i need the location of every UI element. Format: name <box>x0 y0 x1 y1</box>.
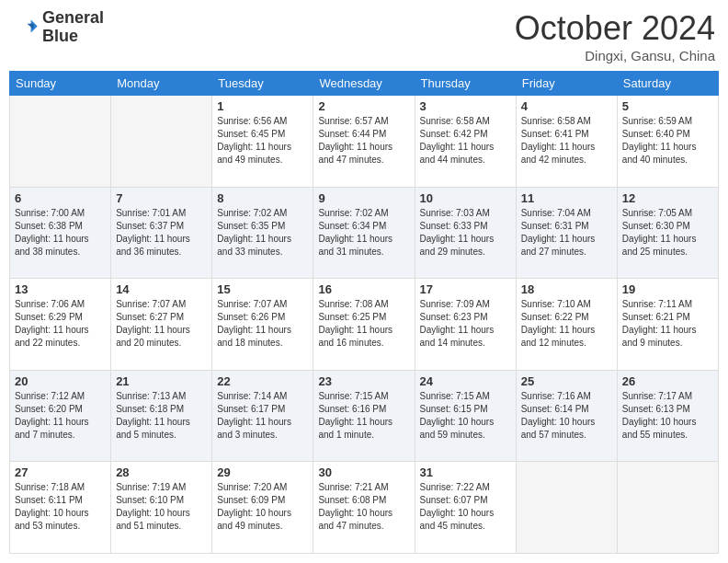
cell-sun-info: Sunrise: 6:57 AM Sunset: 6:44 PM Dayligh… <box>318 115 409 167</box>
calendar-cell <box>516 462 617 554</box>
logo-icon <box>13 15 39 40</box>
title-block: October 2024 Dingxi, Gansu, China <box>515 9 715 63</box>
day-number: 12 <box>622 191 713 205</box>
weekday-header-wednesday: Wednesday <box>313 72 415 96</box>
cell-sun-info: Sunrise: 7:20 AM Sunset: 6:09 PM Dayligh… <box>217 481 308 533</box>
day-number: 20 <box>15 374 106 388</box>
calendar-cell: 25Sunrise: 7:16 AM Sunset: 6:14 PM Dayli… <box>516 370 617 462</box>
calendar-cell: 26Sunrise: 7:17 AM Sunset: 6:13 PM Dayli… <box>617 370 718 462</box>
weekday-header-sunday: Sunday <box>10 72 111 96</box>
day-number: 1 <box>217 99 308 113</box>
day-number: 16 <box>318 282 409 296</box>
page: General Blue October 2024 Dingxi, Gansu,… <box>0 0 728 563</box>
weekday-header-tuesday: Tuesday <box>212 72 313 96</box>
calendar-cell: 4Sunrise: 6:58 AM Sunset: 6:41 PM Daylig… <box>516 96 617 188</box>
cell-sun-info: Sunrise: 7:15 AM Sunset: 6:15 PM Dayligh… <box>420 390 511 442</box>
day-number: 28 <box>116 465 207 479</box>
calendar-cell: 17Sunrise: 7:09 AM Sunset: 6:23 PM Dayli… <box>415 279 516 371</box>
day-number: 31 <box>420 465 511 479</box>
cell-sun-info: Sunrise: 7:09 AM Sunset: 6:23 PM Dayligh… <box>420 298 511 350</box>
cell-sun-info: Sunrise: 7:01 AM Sunset: 6:37 PM Dayligh… <box>116 207 207 259</box>
cell-sun-info: Sunrise: 7:08 AM Sunset: 6:25 PM Dayligh… <box>318 298 409 350</box>
cell-sun-info: Sunrise: 7:07 AM Sunset: 6:27 PM Dayligh… <box>116 298 207 350</box>
day-number: 27 <box>15 465 106 479</box>
day-number: 5 <box>622 99 713 113</box>
day-number: 6 <box>15 191 106 205</box>
calendar-week-row: 6Sunrise: 7:00 AM Sunset: 6:38 PM Daylig… <box>10 187 719 279</box>
calendar-cell: 21Sunrise: 7:13 AM Sunset: 6:18 PM Dayli… <box>111 370 212 462</box>
calendar-cell: 14Sunrise: 7:07 AM Sunset: 6:27 PM Dayli… <box>111 279 212 371</box>
calendar-table: SundayMondayTuesdayWednesdayThursdayFrid… <box>9 71 719 554</box>
calendar-week-row: 13Sunrise: 7:06 AM Sunset: 6:29 PM Dayli… <box>10 279 719 371</box>
calendar-cell: 16Sunrise: 7:08 AM Sunset: 6:25 PM Dayli… <box>313 279 415 371</box>
day-number: 19 <box>622 282 713 296</box>
cell-sun-info: Sunrise: 7:18 AM Sunset: 6:11 PM Dayligh… <box>15 481 106 533</box>
calendar-week-row: 1Sunrise: 6:56 AM Sunset: 6:45 PM Daylig… <box>10 96 719 188</box>
cell-sun-info: Sunrise: 7:14 AM Sunset: 6:17 PM Dayligh… <box>217 390 308 442</box>
header: General Blue October 2024 Dingxi, Gansu,… <box>9 9 719 63</box>
cell-sun-info: Sunrise: 7:05 AM Sunset: 6:30 PM Dayligh… <box>622 207 713 259</box>
day-number: 30 <box>318 465 409 479</box>
calendar-cell: 9Sunrise: 7:02 AM Sunset: 6:34 PM Daylig… <box>313 187 415 279</box>
calendar-cell: 29Sunrise: 7:20 AM Sunset: 6:09 PM Dayli… <box>212 462 313 554</box>
calendar-cell: 7Sunrise: 7:01 AM Sunset: 6:37 PM Daylig… <box>111 187 212 279</box>
cell-sun-info: Sunrise: 7:22 AM Sunset: 6:07 PM Dayligh… <box>420 481 511 533</box>
weekday-header-saturday: Saturday <box>617 72 718 96</box>
calendar-cell: 18Sunrise: 7:10 AM Sunset: 6:22 PM Dayli… <box>516 279 617 371</box>
calendar-week-row: 20Sunrise: 7:12 AM Sunset: 6:20 PM Dayli… <box>10 370 719 462</box>
calendar-cell: 5Sunrise: 6:59 AM Sunset: 6:40 PM Daylig… <box>617 96 718 188</box>
cell-sun-info: Sunrise: 7:21 AM Sunset: 6:08 PM Dayligh… <box>318 481 409 533</box>
logo-text: General Blue <box>42 9 104 46</box>
calendar-header-row: SundayMondayTuesdayWednesdayThursdayFrid… <box>10 72 719 96</box>
cell-sun-info: Sunrise: 7:03 AM Sunset: 6:33 PM Dayligh… <box>420 207 511 259</box>
calendar-week-row: 27Sunrise: 7:18 AM Sunset: 6:11 PM Dayli… <box>10 462 719 554</box>
weekday-header-friday: Friday <box>516 72 617 96</box>
day-number: 14 <box>116 282 207 296</box>
day-number: 24 <box>420 374 511 388</box>
cell-sun-info: Sunrise: 7:00 AM Sunset: 6:38 PM Dayligh… <box>15 207 106 259</box>
cell-sun-info: Sunrise: 7:12 AM Sunset: 6:20 PM Dayligh… <box>15 390 106 442</box>
calendar-cell <box>10 96 111 188</box>
cell-sun-info: Sunrise: 7:17 AM Sunset: 6:13 PM Dayligh… <box>622 390 713 442</box>
day-number: 22 <box>217 374 308 388</box>
cell-sun-info: Sunrise: 6:56 AM Sunset: 6:45 PM Dayligh… <box>217 115 308 167</box>
calendar-cell: 1Sunrise: 6:56 AM Sunset: 6:45 PM Daylig… <box>212 96 313 188</box>
cell-sun-info: Sunrise: 6:58 AM Sunset: 6:41 PM Dayligh… <box>521 115 612 167</box>
calendar-cell: 23Sunrise: 7:15 AM Sunset: 6:16 PM Dayli… <box>313 370 415 462</box>
cell-sun-info: Sunrise: 7:02 AM Sunset: 6:35 PM Dayligh… <box>217 207 308 259</box>
weekday-header-thursday: Thursday <box>415 72 516 96</box>
cell-sun-info: Sunrise: 7:10 AM Sunset: 6:22 PM Dayligh… <box>521 298 612 350</box>
day-number: 29 <box>217 465 308 479</box>
calendar-cell: 22Sunrise: 7:14 AM Sunset: 6:17 PM Dayli… <box>212 370 313 462</box>
calendar-cell: 15Sunrise: 7:07 AM Sunset: 6:26 PM Dayli… <box>212 279 313 371</box>
day-number: 9 <box>318 191 409 205</box>
weekday-header-monday: Monday <box>111 72 212 96</box>
calendar-cell: 19Sunrise: 7:11 AM Sunset: 6:21 PM Dayli… <box>617 279 718 371</box>
day-number: 15 <box>217 282 308 296</box>
day-number: 11 <box>521 191 612 205</box>
calendar-cell: 27Sunrise: 7:18 AM Sunset: 6:11 PM Dayli… <box>10 462 111 554</box>
calendar-cell <box>617 462 718 554</box>
calendar-cell <box>111 96 212 188</box>
day-number: 23 <box>318 374 409 388</box>
cell-sun-info: Sunrise: 6:58 AM Sunset: 6:42 PM Dayligh… <box>420 115 511 167</box>
day-number: 13 <box>15 282 106 296</box>
logo: General Blue <box>13 9 104 46</box>
location-subtitle: Dingxi, Gansu, China <box>515 48 715 63</box>
cell-sun-info: Sunrise: 7:07 AM Sunset: 6:26 PM Dayligh… <box>217 298 308 350</box>
day-number: 10 <box>420 191 511 205</box>
calendar-cell: 20Sunrise: 7:12 AM Sunset: 6:20 PM Dayli… <box>10 370 111 462</box>
calendar-cell: 10Sunrise: 7:03 AM Sunset: 6:33 PM Dayli… <box>415 187 516 279</box>
calendar-cell: 28Sunrise: 7:19 AM Sunset: 6:10 PM Dayli… <box>111 462 212 554</box>
cell-sun-info: Sunrise: 7:19 AM Sunset: 6:10 PM Dayligh… <box>116 481 207 533</box>
day-number: 2 <box>318 99 409 113</box>
calendar-cell: 11Sunrise: 7:04 AM Sunset: 6:31 PM Dayli… <box>516 187 617 279</box>
day-number: 7 <box>116 191 207 205</box>
day-number: 18 <box>521 282 612 296</box>
calendar-cell: 30Sunrise: 7:21 AM Sunset: 6:08 PM Dayli… <box>313 462 415 554</box>
day-number: 26 <box>622 374 713 388</box>
month-title: October 2024 <box>515 9 715 48</box>
day-number: 21 <box>116 374 207 388</box>
day-number: 4 <box>521 99 612 113</box>
day-number: 8 <box>217 191 308 205</box>
